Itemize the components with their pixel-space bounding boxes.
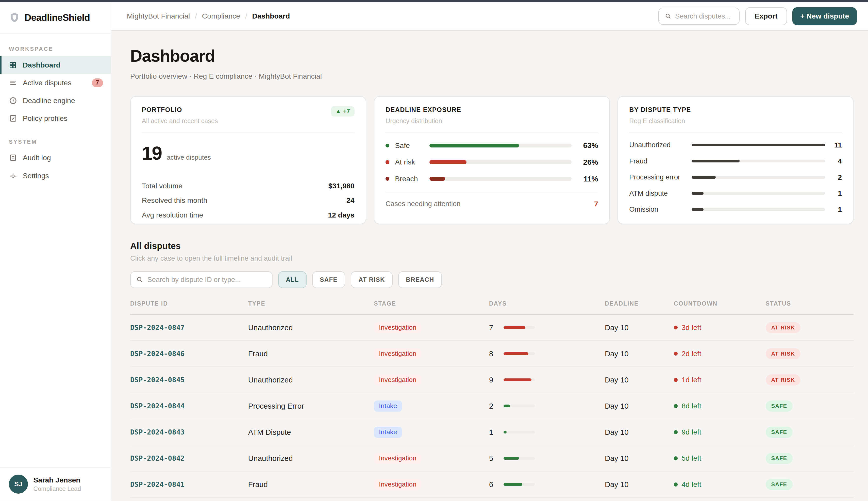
dispute-id-link[interactable]: DSP-2024-0847 xyxy=(130,323,248,331)
exposure-bar-track xyxy=(429,143,571,148)
countdown-dot-icon xyxy=(674,326,678,329)
status-badge: AT RISK xyxy=(766,348,801,359)
global-search-input[interactable] xyxy=(675,12,733,20)
stage-badge: Investigation xyxy=(374,348,421,359)
type-label: Omission xyxy=(629,205,685,213)
col-header-stage: STAGE xyxy=(374,300,489,307)
topbar: MightyBot Financial / Compliance / Dashb… xyxy=(111,2,868,31)
type-bar-fill xyxy=(692,192,704,195)
table-row[interactable]: DSP-2024-0843 ATM Dispute Intake 1 Day 1… xyxy=(130,419,854,445)
sidebar-nav: WORKSPACE Dashboard Active disputes 7 De… xyxy=(0,33,111,467)
dispute-id-link[interactable]: DSP-2024-0843 xyxy=(130,428,248,436)
type-count: 4 xyxy=(832,157,842,165)
days-progress-fill xyxy=(504,352,528,355)
sidebar-item-dashboard[interactable]: Dashboard xyxy=(0,56,111,74)
deadline-value: Day 10 xyxy=(605,402,674,411)
document-icon xyxy=(9,153,17,162)
table-row[interactable]: DSP-2024-0840 Unauthorized Extended 23 D… xyxy=(130,498,854,501)
exposure-bar-track xyxy=(429,177,571,181)
sidebar-item-policy-profiles[interactable]: Policy profiles xyxy=(0,110,111,127)
stat-label: Resolved this month xyxy=(142,196,207,204)
exposure-bar-fill xyxy=(429,160,466,164)
exposure-label: At risk xyxy=(395,158,424,166)
filter-chip-at-risk[interactable]: AT RISK xyxy=(351,271,393,288)
search-icon xyxy=(136,276,143,283)
sidebar-item-settings[interactable]: Settings xyxy=(0,167,111,184)
type-label: Processing error xyxy=(629,173,685,181)
sidebar-item-audit-log[interactable]: Audit log xyxy=(0,149,111,167)
deadline-value: Day 10 xyxy=(605,376,674,384)
page-subtitle: Portfolio overview · Reg E compliance · … xyxy=(130,72,854,81)
export-button[interactable]: Export xyxy=(745,7,787,25)
dispute-id-link[interactable]: DSP-2024-0844 xyxy=(130,402,248,410)
deadline-value: Day 10 xyxy=(605,350,674,358)
dispute-id-link[interactable]: DSP-2024-0842 xyxy=(130,454,248,462)
breadcrumb-root[interactable]: MightyBot Financial xyxy=(127,12,190,20)
divider xyxy=(142,132,355,132)
exposure-bar-fill xyxy=(429,143,519,148)
dispute-id-link[interactable]: DSP-2024-0846 xyxy=(130,350,248,358)
days-count: 7 xyxy=(489,323,499,332)
deadline-value: Day 10 xyxy=(605,454,674,463)
divider xyxy=(386,192,598,192)
table-row[interactable]: DSP-2024-0844 Processing Error Intake 2 … xyxy=(130,393,854,419)
stage-badge: Investigation xyxy=(374,479,421,490)
countdown-dot-icon xyxy=(674,404,678,408)
days-progress-fill xyxy=(504,326,525,329)
breadcrumb-separator: / xyxy=(195,12,197,20)
dispute-search[interactable] xyxy=(130,271,272,288)
breadcrumb-separator: / xyxy=(245,12,247,20)
status-badge: SAFE xyxy=(766,479,793,490)
countdown-dot-icon xyxy=(674,352,678,355)
by-type-card-subtitle: Reg E classification xyxy=(629,117,691,125)
breadcrumb-section[interactable]: Compliance xyxy=(202,12,240,20)
status-badge: AT RISK xyxy=(766,374,801,385)
clock-icon xyxy=(9,96,17,105)
days-count: 2 xyxy=(489,402,499,411)
dispute-type: Unauthorized xyxy=(248,454,374,463)
filter-chip-breach[interactable]: BREACH xyxy=(398,271,442,288)
status-badge: SAFE xyxy=(766,453,793,464)
sidebar-item-label: Active disputes xyxy=(23,79,72,87)
table-row[interactable]: DSP-2024-0845 Unauthorized Investigation… xyxy=(130,367,854,393)
exposure-card-subtitle: Urgency distribution xyxy=(386,117,461,125)
col-header-status: STATUS xyxy=(766,300,854,307)
stat-resolved-month: Resolved this month 24 xyxy=(142,196,355,204)
table-row[interactable]: DSP-2024-0846 Fraud Investigation 8 Day … xyxy=(130,341,854,367)
days-progress-fill xyxy=(504,483,522,486)
dispute-id-link[interactable]: DSP-2024-0845 xyxy=(130,376,248,384)
exposure-bar-fill xyxy=(429,177,445,181)
days-progress-track xyxy=(504,457,535,460)
by-dispute-type-card: BY DISPUTE TYPE Reg E classification Una… xyxy=(618,96,854,224)
global-search[interactable] xyxy=(658,8,740,25)
filter-chip-safe[interactable]: SAFE xyxy=(312,271,345,288)
table-row[interactable]: DSP-2024-0847 Unauthorized Investigation… xyxy=(130,315,854,341)
dashboard-content: Dashboard Portfolio overview · Reg E com… xyxy=(111,31,868,501)
sidebar-item-active-disputes[interactable]: Active disputes 7 xyxy=(0,74,111,92)
stat-value: 24 xyxy=(346,196,355,204)
days-progress-track xyxy=(504,483,535,486)
app-name: DeadlineShield xyxy=(24,12,90,23)
days-count: 6 xyxy=(489,480,499,489)
filter-chip-all[interactable]: ALL xyxy=(278,271,307,288)
table-row[interactable]: DSP-2024-0842 Unauthorized Investigation… xyxy=(130,445,854,471)
attention-label: Cases needing attention xyxy=(386,200,460,208)
dispute-search-input[interactable] xyxy=(148,276,267,284)
settings-commit-icon xyxy=(9,172,17,180)
sidebar-item-deadline-engine[interactable]: Deadline engine xyxy=(0,92,111,109)
table-row[interactable]: DSP-2024-0841 Fraud Investigation 6 Day … xyxy=(130,471,854,498)
table-header-row: DISPUTE ID TYPE STAGE DAYS DEADLINE COUN… xyxy=(130,300,854,315)
user-profile[interactable]: SJ Sarah Jensen Compliance Lead xyxy=(0,467,111,501)
app-logo: DeadlineShield xyxy=(0,2,111,33)
countdown-dot-icon xyxy=(674,482,678,486)
days-count: 9 xyxy=(489,376,499,384)
stage-badge: Investigation xyxy=(374,453,421,464)
new-dispute-button[interactable]: + New dispute xyxy=(792,7,857,25)
exposure-label: Breach xyxy=(395,174,424,183)
days-progress-track xyxy=(504,326,535,329)
dispute-id-link[interactable]: DSP-2024-0841 xyxy=(130,480,248,488)
type-bar-track xyxy=(692,176,825,179)
col-header-days: DAYS xyxy=(489,300,605,307)
portfolio-card: PORTFOLIO All active and recent cases ▲ … xyxy=(130,96,366,224)
user-role: Compliance Lead xyxy=(33,485,81,492)
